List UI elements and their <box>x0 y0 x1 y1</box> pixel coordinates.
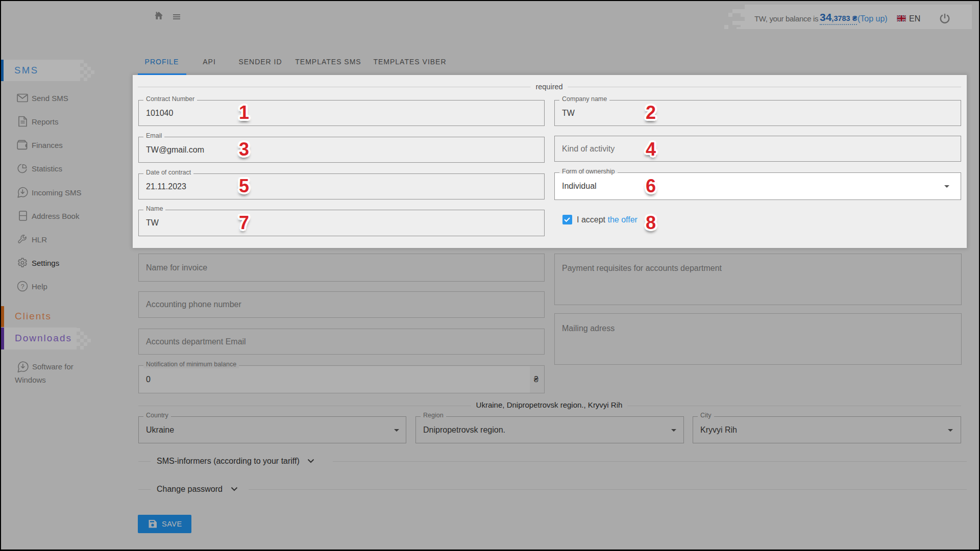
svg-text:?: ? <box>20 283 24 290</box>
